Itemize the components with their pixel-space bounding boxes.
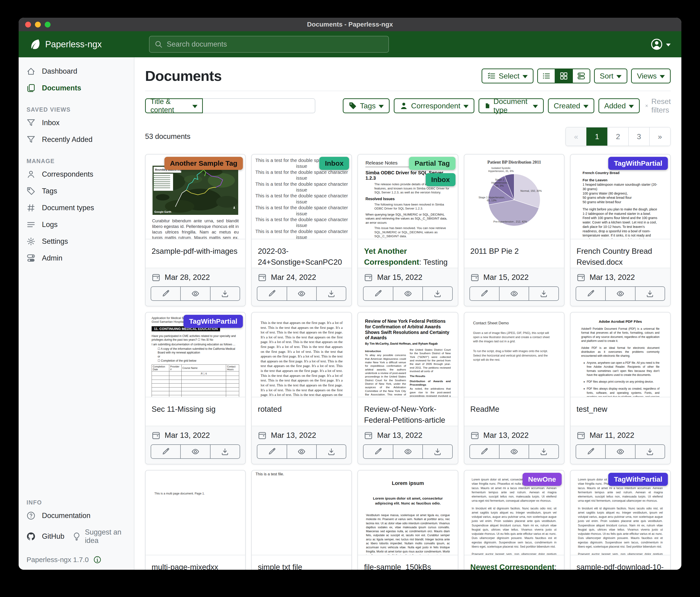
document-title[interactable]: Newest Correspondent: f_combinado [464, 555, 564, 570]
document-title[interactable]: ReadMe [464, 397, 564, 426]
info-icon[interactable] [93, 556, 101, 564]
sidebar-item-github[interactable]: GitHub [19, 528, 67, 545]
view-document-button[interactable] [180, 445, 210, 458]
document-thumbnail[interactable]: Review of New York Federal Petitions for… [358, 312, 457, 397]
reset-filters-button[interactable]: Reset filters [645, 97, 674, 114]
tag-badge-inbox[interactable]: Inbox [426, 173, 455, 186]
download-document-button[interactable] [316, 445, 346, 458]
download-document-button[interactable] [210, 287, 240, 301]
download-document-button[interactable] [422, 287, 452, 301]
download-document-button[interactable] [529, 445, 558, 458]
document-title[interactable]: sample-pdf-download-10-mb-longer-title [571, 555, 670, 570]
tag-badge-tagwithpartial[interactable]: TagWithPartial [183, 315, 243, 328]
sidebar-item-logs[interactable]: Logs [19, 216, 134, 233]
sort-button[interactable]: Sort [594, 69, 628, 83]
maximize-window-button[interactable] [45, 22, 51, 27]
document-thumbnail[interactable]: This is a multi page document. Page 1. [146, 471, 245, 555]
view-document-button[interactable] [287, 445, 316, 458]
created-filter-button[interactable]: Created [548, 98, 594, 113]
edit-document-button[interactable] [257, 287, 286, 301]
download-document-button[interactable] [316, 287, 346, 301]
user-menu[interactable] [651, 38, 671, 50]
edit-document-button[interactable] [576, 287, 605, 301]
view-grid-button[interactable] [555, 69, 572, 83]
document-title[interactable]: 2011 BP Pie 2 [464, 239, 564, 268]
sidebar-item-inbox[interactable]: Inbox [19, 114, 134, 131]
sidebar-item-correspondents[interactable]: Correspondents [19, 166, 134, 183]
document-thumbnail[interactable]: This is a test for the double space char… [252, 154, 351, 239]
sidebar-item-admin[interactable]: Admin [19, 250, 134, 267]
edit-document-button[interactable] [151, 287, 180, 301]
views-button[interactable]: Views [631, 69, 671, 83]
view-document-button[interactable] [393, 445, 422, 458]
document-thumbnail[interactable]: This is a test file. [252, 471, 351, 555]
sidebar-item-settings[interactable]: Settings [19, 233, 134, 250]
pagination-prev[interactable]: « [566, 127, 586, 146]
document-title[interactable]: French Country Bread Revised.docx [571, 239, 670, 268]
document-title[interactable]: Review-of-New-York-Federal-Petitions-art… [358, 397, 457, 426]
edit-document-button[interactable] [470, 445, 499, 458]
document-thumbnail[interactable]: Contact Sheet DemoGiven a set of image f… [464, 312, 564, 397]
pagination-next[interactable]: » [649, 127, 670, 146]
edit-document-button[interactable] [364, 445, 393, 458]
document-title[interactable]: rotated [252, 397, 351, 426]
document-thumbnail[interactable]: Release NotesSimba ODBC Driver for SQL S… [358, 154, 457, 239]
document-thumbnail[interactable]: Patient BP Distribution 2011Normal, 150,… [464, 154, 564, 239]
document-title[interactable]: multi-page-mixedxx [146, 555, 245, 570]
document-thumbnail[interactable]: Lorem ipsum dolor sit amet, consectetur … [464, 471, 564, 555]
sidebar-item-dashboard[interactable]: Dashboard [19, 63, 134, 80]
edit-document-button[interactable] [151, 445, 180, 458]
edit-document-button[interactable] [364, 287, 393, 301]
sidebar-item-documents[interactable]: Documents [19, 80, 134, 96]
document-thumbnail[interactable]: Lorem ipsum dolor sit amet, consectetur … [571, 471, 670, 555]
view-document-button[interactable] [287, 287, 316, 301]
close-window-button[interactable] [25, 22, 31, 27]
tag-badge-partial[interactable]: Partial Tag [409, 157, 455, 170]
tag-badge-tagwithpartial[interactable]: TagWithPartial [608, 157, 668, 170]
view-document-button[interactable] [499, 287, 529, 301]
document-thumbnail[interactable]: This is the text that appears on the fir… [252, 312, 351, 397]
document-thumbnail[interactable]: Lorem ipsumLorem ipsum dolor sit amet, c… [358, 471, 457, 555]
document-title[interactable]: 2022-03-24+Sonstige+ScanPC2022-03-24_081… [252, 239, 351, 268]
sidebar-item-suggest-an-idea[interactable]: Suggest an idea [67, 524, 134, 549]
download-document-button[interactable] [635, 445, 665, 458]
document-title[interactable]: simple txt file [252, 555, 351, 570]
tags-filter-button[interactable]: Tags [343, 98, 390, 113]
document-thumbnail[interactable]: Application for Medical Staff MembersGoo… [146, 312, 245, 397]
view-document-button[interactable] [605, 287, 635, 301]
pagination-page-2[interactable]: 2 [607, 127, 628, 146]
filter-query-input[interactable] [203, 98, 315, 113]
pagination-page-1[interactable]: 1 [586, 127, 607, 146]
download-document-button[interactable] [635, 287, 665, 301]
view-document-button[interactable] [393, 287, 422, 301]
document-title[interactable]: test_new [571, 397, 670, 426]
view-list-button[interactable] [538, 69, 555, 83]
sidebar-item-documentation[interactable]: Documentation [19, 507, 134, 524]
document-title[interactable]: Yet Another Correspondent: Testing Email [358, 239, 457, 268]
added-filter-button[interactable]: Added [598, 98, 640, 113]
search-input[interactable] [166, 40, 383, 49]
document-type-filter-button[interactable]: Document type [478, 98, 544, 113]
sidebar-item-recently-added[interactable]: Recently Added [19, 131, 134, 148]
document-thumbnail[interactable]: French Country BreadFor the Leaven1 heap… [571, 154, 670, 239]
edit-document-button[interactable] [470, 287, 499, 301]
view-document-button[interactable] [180, 287, 210, 301]
document-title[interactable]: Sec 11-Missing sig [146, 397, 245, 426]
view-detail-button[interactable] [572, 69, 590, 83]
sidebar-item-document-types[interactable]: Document types [19, 199, 134, 216]
tag-badge-another_sample[interactable]: Another Sample Tag [165, 157, 243, 170]
document-title[interactable]: file-sample_150kBs [358, 555, 457, 570]
download-document-button[interactable] [210, 445, 240, 458]
sidebar-item-tags[interactable]: Tags [19, 183, 134, 199]
download-document-button[interactable] [529, 287, 558, 301]
download-document-button[interactable] [422, 445, 452, 458]
minimize-window-button[interactable] [35, 22, 41, 27]
select-button[interactable]: Select [481, 69, 533, 83]
document-title[interactable]: 2sample-pdf-with-images [146, 239, 245, 268]
view-document-button[interactable] [605, 445, 635, 458]
title-content-dropdown[interactable]: Title & content [145, 98, 203, 113]
correspondent-filter-button[interactable]: Correspondent [394, 98, 474, 113]
edit-document-button[interactable] [576, 445, 605, 458]
tag-badge-tagwithpartial[interactable]: TagWithPartial [608, 473, 668, 486]
document-thumbnail[interactable]: Boundary Waters TripGoogle EarthCurabitu… [146, 154, 245, 239]
